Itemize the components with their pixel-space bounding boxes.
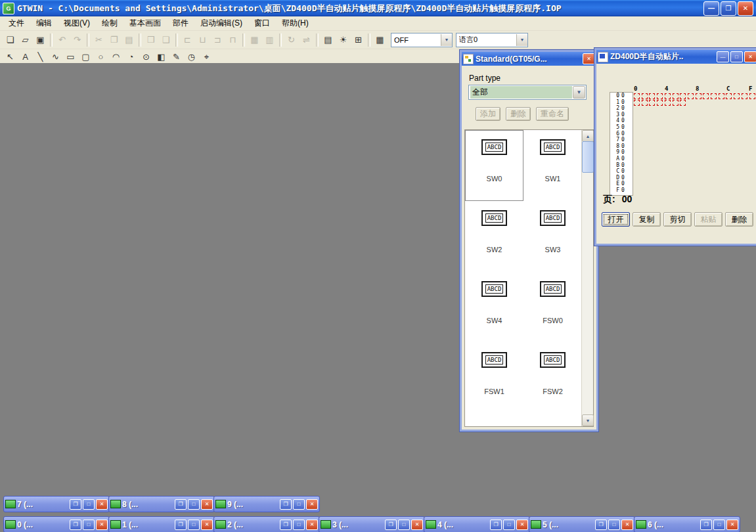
minimized-screen-8[interactable]: 8 (...❐□✕ bbox=[108, 496, 215, 512]
part-item-fsw2[interactable]: ABCDFSW2 bbox=[523, 343, 582, 414]
parts-window-titlebar[interactable]: Standard(GT05/G... ✕ bbox=[462, 52, 596, 66]
cut-button[interactable]: ✂ bbox=[91, 33, 106, 47]
copy-screen-button[interactable]: 复制 bbox=[633, 212, 661, 227]
close-button[interactable]: ✕ bbox=[306, 520, 318, 530]
menu-start-editor[interactable]: 启动编辑(S) bbox=[194, 16, 248, 30]
screens-window-minimize-button[interactable]: — bbox=[717, 51, 729, 62]
screen-marker[interactable] bbox=[665, 100, 671, 106]
restore-button[interactable]: ❐ bbox=[280, 520, 292, 530]
redo-button[interactable]: ↷ bbox=[70, 33, 85, 47]
screen-marker[interactable] bbox=[734, 93, 740, 99]
screens-window-titlebar[interactable]: ZD400D半自动贴片.. —□✕ bbox=[596, 50, 756, 64]
maximize-button[interactable]: □ bbox=[503, 520, 515, 530]
minimized-screen-2[interactable]: 2 (...❐□✕ bbox=[213, 516, 320, 532]
menu-parts[interactable]: 部件 bbox=[167, 16, 194, 30]
clock-tool-button[interactable]: ◷ bbox=[184, 50, 199, 64]
flip-button[interactable]: ⇌ bbox=[299, 33, 314, 47]
screen-marker[interactable] bbox=[634, 100, 640, 106]
part-item-sw1[interactable]: ABCDSW1 bbox=[523, 130, 582, 201]
language-combobox[interactable]: 语言0▼ bbox=[456, 33, 528, 47]
part-type-combobox[interactable]: 全部 ▼ bbox=[468, 85, 587, 100]
screen-marker[interactable] bbox=[673, 93, 678, 99]
restore-button[interactable]: ❐ bbox=[70, 499, 81, 510]
delete-part-button[interactable]: 删除 bbox=[506, 107, 531, 121]
screen-marker[interactable] bbox=[649, 93, 655, 99]
close-button[interactable]: ✕ bbox=[306, 499, 318, 510]
restore-button[interactable]: ❐ bbox=[175, 499, 187, 510]
paste-button[interactable]: ▤ bbox=[122, 33, 137, 47]
maximize-button[interactable]: □ bbox=[398, 520, 410, 530]
rotate-button[interactable]: ↻ bbox=[284, 33, 299, 47]
restore-button[interactable]: ❐ bbox=[385, 520, 397, 530]
close-button[interactable]: ✕ bbox=[201, 520, 213, 530]
pen-tool-button[interactable]: ✎ bbox=[169, 50, 184, 64]
align-left-button[interactable]: ⊏ bbox=[180, 33, 195, 47]
menu-window[interactable]: 窗口 bbox=[248, 16, 276, 30]
rename-part-button[interactable]: 重命名 bbox=[536, 107, 569, 121]
minimized-screen-7[interactable]: 7 (...❐□✕ bbox=[3, 496, 110, 512]
close-button[interactable]: ✕ bbox=[516, 520, 528, 530]
group-button[interactable]: ▦ bbox=[247, 33, 262, 47]
scroll-down-icon[interactable]: ▼ bbox=[582, 414, 594, 426]
screens-window-maximize-button[interactable]: □ bbox=[730, 51, 743, 62]
minimized-screen-6[interactable]: 6 (...❐□✕ bbox=[634, 516, 740, 532]
polyline-tool-button[interactable]: ∿ bbox=[48, 50, 63, 64]
menu-file[interactable]: 文件 bbox=[3, 16, 30, 30]
part-item-fsw1[interactable]: ABCDFSW1 bbox=[465, 343, 523, 414]
parts-window-close-button[interactable]: ✕ bbox=[583, 53, 595, 64]
maximize-button[interactable]: □ bbox=[83, 520, 95, 530]
close-button[interactable]: ✕ bbox=[411, 520, 423, 530]
part-item-sw3[interactable]: ABCDSW3 bbox=[523, 201, 582, 272]
close-button[interactable]: ✕ bbox=[738, 1, 753, 16]
screen-marker[interactable] bbox=[696, 93, 701, 99]
minimized-screen-9[interactable]: 9 (...❐□✕ bbox=[213, 496, 320, 512]
select-tool-button[interactable]: ↖ bbox=[3, 50, 18, 64]
minimized-screen-1[interactable]: 1 (...❐□✕ bbox=[108, 516, 215, 532]
close-button[interactable]: ✕ bbox=[201, 499, 213, 510]
screen-marker[interactable] bbox=[642, 100, 648, 106]
ellipse-tool-button[interactable]: ⊙ bbox=[139, 50, 154, 64]
close-button[interactable]: ✕ bbox=[96, 520, 108, 530]
restore-button[interactable]: ❐ bbox=[721, 1, 736, 16]
circle-tool-button[interactable]: ○ bbox=[93, 50, 108, 64]
close-button[interactable]: ✕ bbox=[621, 520, 633, 530]
part-item-sw0[interactable]: ABCDSW0 bbox=[465, 130, 523, 201]
maximize-button[interactable]: □ bbox=[293, 520, 305, 530]
screen-marker[interactable] bbox=[711, 93, 717, 99]
cut-screen-button[interactable]: 剪切 bbox=[663, 212, 692, 227]
screen-marker[interactable] bbox=[657, 100, 663, 106]
restore-button[interactable]: ❐ bbox=[490, 520, 502, 530]
menu-help[interactable]: 帮助(H) bbox=[276, 16, 315, 30]
screen-marker[interactable] bbox=[673, 100, 678, 106]
brightness-button[interactable]: ☀ bbox=[336, 33, 351, 47]
paste-screen-button[interactable]: 粘贴 bbox=[694, 212, 723, 227]
minimized-screen-0[interactable]: 0 (...❐□✕ bbox=[3, 516, 110, 532]
screen-marker[interactable] bbox=[642, 93, 648, 99]
scrollbar-thumb[interactable] bbox=[582, 141, 594, 173]
screen-marker[interactable] bbox=[703, 93, 709, 99]
part-item-sw4[interactable]: ABCDSW4 bbox=[465, 272, 523, 343]
minimized-screen-5[interactable]: 5 (...❐□✕ bbox=[529, 516, 635, 532]
restore-button[interactable]: ❐ bbox=[595, 520, 607, 530]
screen-marker[interactable] bbox=[719, 93, 724, 99]
maximize-button[interactable]: □ bbox=[83, 499, 95, 510]
chevron-down-icon[interactable]: ▼ bbox=[516, 34, 527, 46]
bring-to-front-button[interactable]: ❒ bbox=[143, 33, 158, 47]
restore-button[interactable]: ❐ bbox=[280, 499, 292, 510]
screen-marker[interactable] bbox=[680, 93, 686, 99]
open-screen-button[interactable]: 打开 bbox=[602, 212, 630, 227]
menu-view[interactable]: 视图(V) bbox=[58, 16, 96, 30]
undo-button[interactable]: ↶ bbox=[55, 33, 70, 47]
print-button[interactable]: ▤ bbox=[321, 33, 336, 47]
restore-button[interactable]: ❐ bbox=[700, 520, 712, 530]
screen-marker[interactable] bbox=[688, 93, 694, 99]
align-center-button[interactable]: ⊔ bbox=[195, 33, 210, 47]
text-tool-button[interactable]: A bbox=[18, 50, 33, 64]
screen-marker[interactable] bbox=[749, 93, 755, 99]
new-button[interactable]: ❏ bbox=[3, 33, 18, 47]
line-tool-button[interactable]: ╲ bbox=[33, 50, 48, 64]
minimized-screen-4[interactable]: 4 (...❐□✕ bbox=[424, 516, 530, 532]
open-button[interactable]: ▱ bbox=[18, 33, 33, 47]
scroll-up-icon[interactable]: ▲ bbox=[582, 130, 594, 142]
part-item-sw2[interactable]: ABCDSW2 bbox=[465, 201, 523, 272]
